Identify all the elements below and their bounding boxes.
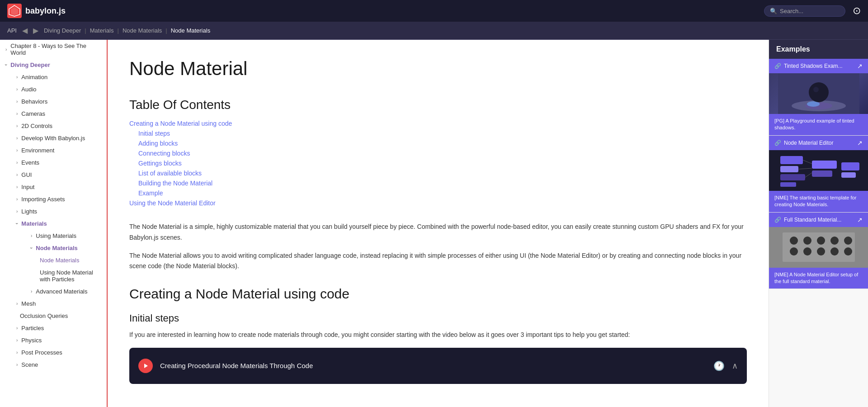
- toc-link-3[interactable]: Connecting blocks: [138, 150, 190, 157]
- section-title-creating: Creating a Node Material using code: [129, 286, 747, 302]
- sidebar-item-node-materials-group[interactable]: › Node Materials: [18, 242, 107, 254]
- sidebar-label-events: Events: [21, 159, 39, 166]
- environment-arrow-icon: ›: [16, 148, 18, 153]
- sidebar-item-advanced-materials[interactable]: › Advanced Materials: [18, 285, 107, 298]
- main-content: Node Material Table Of Contents Creating…: [108, 40, 769, 407]
- svg-rect-12: [780, 166, 798, 172]
- sidebar-label-mesh: Mesh: [21, 300, 36, 307]
- sidebar-item-importing[interactable]: › Importing Assets: [9, 193, 107, 205]
- sidebar-label-develop: Develop With Babylon.js: [21, 135, 85, 142]
- sidebar-item-2d-controls[interactable]: › 2D Controls: [9, 120, 107, 132]
- sidebar-item-post-processes[interactable]: › Post Processes: [9, 346, 107, 359]
- toc-item-6[interactable]: Building the Node Material: [129, 179, 747, 187]
- audio-arrow-icon: ›: [16, 87, 18, 92]
- toc-item-5[interactable]: List of available blocks: [129, 169, 747, 177]
- toc-link-4[interactable]: Gettings blocks: [138, 160, 182, 167]
- sidebar-item-physics[interactable]: › Physics: [9, 334, 107, 346]
- sidebar-item-using-materials[interactable]: › Using Materials: [18, 230, 107, 242]
- svg-rect-19: [812, 170, 832, 177]
- sidebar-item-events[interactable]: › Events: [9, 156, 107, 169]
- breadcrumb-node-materials-1[interactable]: Node Materials: [123, 27, 162, 34]
- example-card-header-2: 🔗 Node Material Editor ↗: [769, 136, 868, 150]
- svg-point-32: [830, 247, 839, 256]
- toc-item-4[interactable]: Gettings blocks: [129, 159, 747, 167]
- sidebar-item-environment[interactable]: › Environment: [9, 144, 107, 156]
- sidebar-label-chapter8: Chapter 8 - Ways to See The World: [10, 43, 101, 56]
- nav-prev-arrow[interactable]: ◀: [22, 26, 28, 35]
- example-link-icon-3: 🔗: [774, 217, 781, 223]
- example-card-tinted-shadows[interactable]: 🔗 Tinted Shadows Exam... ↗: [769, 59, 868, 136]
- search-bar[interactable]: 🔍 Search...: [764, 5, 845, 17]
- sidebar-label-audio: Audio: [21, 86, 36, 93]
- breadcrumb-node-materials-2[interactable]: Node Materials: [171, 27, 210, 34]
- nav-next-arrow[interactable]: ▶: [33, 26, 38, 35]
- toc-link-0[interactable]: Creating a Node Material using code: [129, 120, 232, 127]
- toc-link-2[interactable]: Adding blocks: [138, 140, 178, 147]
- example-image-2: [769, 150, 868, 191]
- sidebar-item-particles[interactable]: › Particles: [9, 322, 107, 334]
- lights-arrow-icon: ›: [16, 209, 18, 214]
- github-icon[interactable]: ⊙: [853, 5, 861, 17]
- toc-item-0[interactable]: Creating a Node Material using code: [129, 119, 747, 128]
- breadcrumb: Diving Deeper | Materials | Node Materia…: [44, 27, 210, 34]
- example-card-nme[interactable]: 🔗 Node Material Editor ↗: [769, 136, 868, 213]
- toc-link-5[interactable]: List of available blocks: [138, 170, 202, 177]
- toc-link-6[interactable]: Building the Node Material: [138, 180, 212, 187]
- right-sidebar: Examples 🔗 Tinted Shadows Exam... ↗: [769, 40, 868, 407]
- sidebar-item-materials[interactable]: › Materials: [9, 218, 107, 230]
- content-area: Node Material Table Of Contents Creating…: [108, 40, 868, 407]
- svg-point-27: [830, 237, 839, 245]
- example-title-1: Tinted Shadows Exam...: [784, 63, 843, 69]
- toc-item-3[interactable]: Connecting blocks: [129, 149, 747, 157]
- sidebar-item-audio[interactable]: › Audio: [9, 83, 107, 95]
- chapter8-arrow-icon: ›: [5, 47, 7, 52]
- sidebar-label-environment: Environment: [21, 147, 54, 154]
- examples-header: Examples: [769, 40, 868, 59]
- sidebar-item-scene[interactable]: › Scene: [9, 359, 107, 371]
- example-ext-icon-1: ↗: [857, 62, 863, 70]
- example-card-standard[interactable]: 🔗 Full Standard Material... ↗: [769, 213, 868, 289]
- sub-section-title-initial: Initial steps: [129, 312, 747, 324]
- api-link[interactable]: API: [7, 27, 17, 34]
- breadcrumb-materials[interactable]: Materials: [90, 27, 114, 34]
- sidebar-item-input[interactable]: › Input: [9, 181, 107, 193]
- sidebar-item-cameras[interactable]: › Cameras: [9, 108, 107, 120]
- advanced-materials-arrow-icon: ›: [31, 289, 32, 294]
- sidebar-label-2d-controls: 2D Controls: [21, 123, 52, 129]
- sidebar-item-behaviors[interactable]: › Behaviors: [9, 95, 107, 108]
- materials-arrow-icon: ›: [14, 223, 19, 224]
- toc-item-8[interactable]: Using the Node Material Editor: [129, 199, 747, 207]
- develop-arrow-icon: ›: [16, 136, 18, 141]
- navbar: babylon.js 🔍 Search... ⊙: [0, 0, 868, 22]
- toc-link-7[interactable]: Example: [138, 189, 163, 197]
- breadcrumb-diving-deeper[interactable]: Diving Deeper: [44, 27, 81, 34]
- sidebar-label-using-materials: Using Materials: [36, 232, 76, 239]
- sidebar-label-advanced-materials: Advanced Materials: [36, 288, 87, 295]
- sidebar-item-using-node-particles[interactable]: Using Node Material with Particles: [27, 266, 107, 285]
- svg-marker-3: [144, 364, 148, 368]
- example-title-2: Node Material Editor: [784, 140, 833, 146]
- toc-link-1[interactable]: Initial steps: [138, 130, 170, 137]
- toc-item-2[interactable]: Adding blocks: [129, 139, 747, 147]
- sidebar-item-animation[interactable]: › Animation: [9, 71, 107, 83]
- particles-arrow-icon: ›: [16, 326, 18, 331]
- example-ext-icon-2: ↗: [857, 139, 863, 147]
- sidebar-item-occlusion[interactable]: Occlusion Queries: [9, 310, 107, 322]
- logo[interactable]: babylon.js: [7, 4, 66, 18]
- toc-link-8[interactable]: Using the Node Material Editor: [129, 199, 216, 207]
- sidebar-item-node-materials-page[interactable]: Node Materials: [27, 254, 107, 266]
- sidebar-item-develop[interactable]: › Develop With Babylon.js: [9, 132, 107, 144]
- animation-arrow-icon: ›: [16, 75, 18, 80]
- sidebar-label-scene: Scene: [21, 361, 38, 368]
- toc-item-7[interactable]: Example: [129, 189, 747, 197]
- sidebar-item-lights[interactable]: › Lights: [9, 205, 107, 218]
- video-placeholder[interactable]: Creating Procedural Node Materials Throu…: [129, 348, 747, 384]
- example-image-1: [769, 73, 868, 114]
- sidebar-item-diving-deeper[interactable]: › Diving Deeper: [0, 59, 107, 71]
- toc-item-1[interactable]: Initial steps: [129, 129, 747, 137]
- sidebar-item-gui[interactable]: › GUI: [9, 169, 107, 181]
- sidebar-item-mesh[interactable]: › Mesh: [9, 298, 107, 310]
- sidebar-item-chapter8[interactable]: › Chapter 8 - Ways to See The World: [0, 40, 107, 59]
- example-card-header-3: 🔗 Full Standard Material... ↗: [769, 213, 868, 227]
- svg-point-28: [844, 237, 852, 245]
